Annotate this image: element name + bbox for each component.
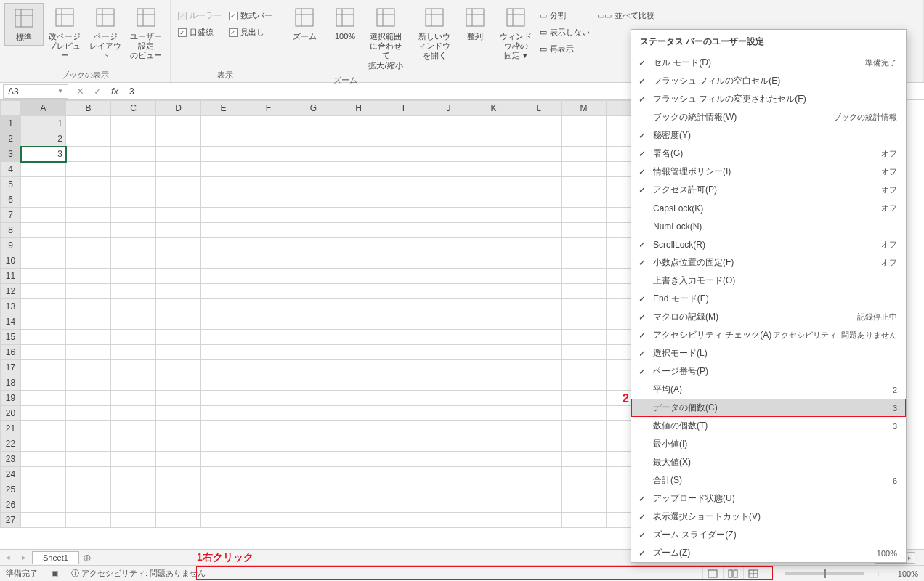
cell[interactable] — [21, 284, 66, 299]
cell[interactable] — [246, 436, 291, 452]
freeze[interactable]: ウィンドウ枠の固定 ▾ — [496, 3, 535, 64]
cell[interactable] — [66, 406, 111, 421]
cell[interactable] — [246, 177, 291, 192]
cell[interactable] — [111, 269, 156, 284]
cell[interactable] — [562, 452, 607, 467]
cell[interactable] — [21, 269, 66, 284]
cell[interactable] — [336, 253, 381, 269]
cell[interactable] — [21, 238, 66, 253]
cell[interactable] — [201, 375, 246, 391]
cell[interactable] — [516, 314, 562, 330]
cell[interactable] — [111, 131, 156, 147]
view-page-layout[interactable]: ページレイアウト — [86, 3, 125, 64]
cell[interactable] — [336, 131, 381, 147]
cell[interactable] — [201, 253, 246, 269]
cell[interactable] — [426, 147, 471, 162]
cell[interactable] — [426, 131, 471, 147]
cell[interactable] — [156, 360, 201, 375]
cell[interactable] — [381, 452, 426, 467]
cell[interactable] — [336, 421, 381, 436]
row-header[interactable]: 9 — [1, 238, 21, 253]
cell[interactable] — [291, 131, 336, 147]
cell[interactable] — [291, 177, 336, 192]
cell[interactable] — [381, 497, 426, 513]
cell[interactable] — [201, 345, 246, 360]
menu-item[interactable]: ✓End モード(E) — [631, 290, 906, 308]
cell[interactable] — [426, 513, 471, 528]
new-window[interactable]: 新しいウィンドウを開く — [415, 3, 454, 64]
cell[interactable] — [66, 452, 111, 467]
cell[interactable] — [66, 116, 111, 131]
cell[interactable] — [21, 467, 66, 482]
menu-item[interactable]: 数値の個数(T)3 — [631, 417, 906, 435]
cell[interactable] — [336, 314, 381, 330]
enter-icon[interactable]: ✓ — [89, 86, 106, 97]
cell[interactable] — [156, 116, 201, 131]
cell[interactable] — [562, 360, 607, 375]
menu-item[interactable]: ✓ズーム(Z)100% — [631, 544, 906, 562]
menu-item[interactable]: 上書き入力モード(O) — [631, 272, 906, 290]
cell[interactable] — [471, 284, 516, 299]
cell[interactable] — [471, 482, 516, 497]
cell[interactable] — [426, 345, 471, 360]
menu-item[interactable]: ✓フラッシュ フィルの変更されたセル(F) — [631, 90, 906, 108]
cell[interactable] — [156, 299, 201, 314]
menu-item[interactable]: ✓署名(G)オフ — [631, 145, 906, 163]
cell[interactable] — [516, 406, 562, 421]
cell[interactable] — [471, 421, 516, 436]
cell[interactable] — [21, 223, 66, 238]
cell[interactable] — [156, 513, 201, 528]
cell[interactable] — [562, 238, 607, 253]
cell[interactable] — [336, 436, 381, 452]
cell[interactable] — [201, 482, 246, 497]
cell[interactable] — [111, 116, 156, 131]
split[interactable]: ▭ 分割 — [540, 10, 590, 21]
row-header[interactable]: 26 — [1, 497, 21, 513]
cell[interactable] — [21, 360, 66, 375]
cell[interactable] — [562, 436, 607, 452]
row-header[interactable]: 18 — [1, 375, 21, 391]
cell[interactable] — [562, 345, 607, 360]
cell[interactable] — [562, 406, 607, 421]
col-header[interactable]: I — [381, 101, 426, 116]
row-header[interactable]: 22 — [1, 436, 21, 452]
cell[interactable] — [201, 513, 246, 528]
select-all-corner[interactable] — [1, 101, 21, 116]
cell[interactable] — [111, 375, 156, 391]
row-header[interactable]: 19 — [1, 391, 21, 406]
cell[interactable] — [111, 391, 156, 406]
cell[interactable] — [471, 208, 516, 223]
cell[interactable] — [201, 192, 246, 208]
menu-item[interactable]: ✓表示選択ショートカット(V) — [631, 508, 906, 526]
menu-item[interactable]: ✓ズーム スライダー(Z) — [631, 526, 906, 544]
cell[interactable] — [66, 345, 111, 360]
cell[interactable] — [471, 497, 516, 513]
menu-item[interactable]: CapsLock(K)オフ — [631, 199, 906, 217]
cell[interactable] — [516, 116, 562, 131]
cell[interactable] — [246, 299, 291, 314]
menu-item[interactable]: ✓秘密度(Y) — [631, 126, 906, 145]
row-header[interactable]: 12 — [1, 284, 21, 299]
cell[interactable] — [471, 162, 516, 177]
menu-item[interactable]: ✓小数点位置の固定(F)オフ — [631, 253, 906, 272]
cell[interactable] — [381, 406, 426, 421]
cell[interactable] — [381, 192, 426, 208]
menu-item[interactable]: 合計(S)6 — [631, 471, 906, 489]
cell[interactable] — [201, 391, 246, 406]
cell[interactable] — [562, 497, 607, 513]
cell[interactable] — [291, 513, 336, 528]
cell[interactable] — [381, 116, 426, 131]
cell[interactable] — [336, 116, 381, 131]
cell[interactable] — [246, 238, 291, 253]
cell[interactable] — [516, 330, 562, 345]
cell[interactable] — [201, 284, 246, 299]
cell[interactable] — [201, 269, 246, 284]
zoom-level[interactable]: 100% — [886, 569, 918, 578]
cell[interactable] — [562, 482, 607, 497]
cell[interactable] — [291, 147, 336, 162]
cell[interactable] — [426, 208, 471, 223]
cell[interactable] — [156, 131, 201, 147]
cell[interactable] — [381, 482, 426, 497]
cell[interactable] — [156, 452, 201, 467]
cell[interactable] — [336, 208, 381, 223]
